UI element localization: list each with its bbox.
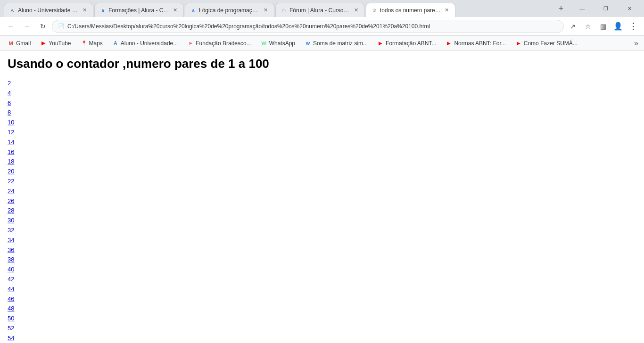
bookmark-item[interactable]: W WhatsApp (257, 38, 299, 49)
tab-tab5[interactable]: ⊙ todos os numero pares de 1... ✕ (366, 3, 455, 17)
list-item[interactable]: 36 (8, 245, 636, 255)
bookmark-label: Gmail (16, 40, 31, 47)
bookmark-label: YouTube (49, 40, 71, 47)
tab-tab2[interactable]: a Formações | Alura - Cursos c... ✕ (94, 3, 184, 17)
bookmarks-more-button[interactable]: » (632, 39, 640, 48)
bookmark-favicon: ▶ (446, 40, 452, 47)
tab-favicon: ◌ (281, 7, 287, 14)
bookmark-label: Aluno - Universidade... (121, 40, 178, 47)
bookmark-label: WhatsApp (269, 40, 295, 47)
list-item[interactable]: 2 (8, 79, 636, 89)
bookmark-item[interactable]: M Gmail (4, 38, 34, 49)
tab-favicon: a (190, 7, 197, 14)
window-controls: — ❐ ✕ (571, 1, 640, 16)
bookmark-label: Como Fazer SUMÁ... (524, 40, 578, 47)
list-item[interactable]: 24 (8, 187, 636, 196)
bookmark-favicon: F (187, 40, 194, 47)
list-item[interactable]: 10 (8, 118, 636, 128)
list-item[interactable]: 48 (8, 304, 636, 314)
list-item[interactable]: 44 (8, 285, 636, 294)
bookmark-label: Maps (89, 40, 103, 47)
bookmark-favicon: ▶ (377, 40, 384, 47)
list-item[interactable]: 42 (8, 275, 636, 285)
nav-bar: ← → ↻ 📄 C:/Users/Messias/Desktop/alura%2… (0, 17, 644, 36)
tab-favicon: a (99, 7, 106, 14)
list-item[interactable]: 26 (8, 196, 636, 206)
refresh-button[interactable]: ↻ (36, 19, 50, 33)
list-item[interactable]: 22 (8, 177, 636, 187)
bookmark-item[interactable]: W Soma de matriz sim... (301, 38, 372, 49)
bookmark-favicon: ▶ (40, 40, 47, 47)
tab-close-button[interactable]: ✕ (443, 7, 450, 14)
address-file-icon: 📄 (58, 23, 65, 30)
forward-button[interactable]: → (20, 19, 34, 33)
bookmark-button[interactable]: ☆ (581, 19, 595, 33)
tab-label: Aluno - Universidade Paulist... (18, 7, 79, 14)
bookmark-label: Soma de matriz sim... (313, 40, 368, 47)
bookmark-item[interactable]: 📍 Maps (77, 38, 107, 49)
tab-label: Lógica de programação I: os... (199, 7, 260, 14)
list-item[interactable]: 40 (8, 265, 636, 275)
tab-label: Fórum | Alura - Cursos onlin... (289, 7, 350, 14)
list-item[interactable]: 4 (8, 89, 636, 98)
bookmark-label: Formatação ABNT... (386, 40, 436, 47)
close-button[interactable]: ✕ (619, 1, 640, 16)
title-bar: A Aluno - Universidade Paulist... ✕ a Fo… (0, 0, 644, 17)
list-item[interactable]: 14 (8, 138, 636, 147)
menu-button[interactable]: ⋮ (626, 19, 640, 33)
address-text: C:/Users/Messias/Desktop/alura%20curso%2… (67, 23, 558, 30)
tab-favicon: ⊙ (371, 7, 378, 14)
tab-close-button[interactable]: ✕ (81, 7, 88, 14)
bookmark-favicon: A (112, 40, 119, 47)
new-tab-button[interactable]: + (554, 2, 568, 15)
back-button[interactable]: ← (4, 19, 18, 33)
list-item[interactable]: 38 (8, 255, 636, 265)
list-item[interactable]: 46 (8, 294, 636, 304)
list-item[interactable]: 8 (8, 108, 636, 118)
bookmark-item[interactable]: ▶ Como Fazer SUMÁ... (512, 38, 581, 49)
minimize-button[interactable]: — (571, 1, 593, 16)
bookmark-item[interactable]: ▶ Normas ABNT: For... (442, 38, 509, 49)
bookmark-favicon: W (305, 40, 311, 47)
bookmark-label: Normas ABNT: For... (454, 40, 505, 47)
page-content: Usando o contador ,numero pares de 1 a 1… (0, 51, 644, 343)
list-item[interactable]: 30 (8, 216, 636, 226)
tab-tab4[interactable]: ◌ Fórum | Alura - Cursos onlin... ✕ (275, 3, 365, 17)
numbers-list: 2468101214161820222426283032343638404244… (8, 79, 636, 343)
list-item[interactable]: 20 (8, 167, 636, 177)
sidebar-button[interactable]: ▥ (596, 19, 610, 33)
tab-close-button[interactable]: ✕ (171, 7, 179, 14)
list-item[interactable]: 32 (8, 226, 636, 236)
list-item[interactable]: 18 (8, 157, 636, 167)
share-button[interactable]: ↗ (566, 19, 580, 33)
bookmark-item[interactable]: ▶ Formatação ABNT... (373, 38, 440, 49)
list-item[interactable]: 28 (8, 206, 636, 216)
bookmark-favicon: 📍 (81, 40, 87, 47)
list-item[interactable]: 54 (8, 334, 636, 343)
tab-close-button[interactable]: ✕ (262, 7, 269, 14)
tab-tab3[interactable]: a Lógica de programação I: os... ✕ (185, 3, 274, 17)
profile-button[interactable]: 👤 (611, 19, 625, 33)
list-item[interactable]: 34 (8, 236, 636, 245)
maximize-button[interactable]: ❐ (595, 1, 617, 16)
tab-label: todos os numero pares de 1... (380, 7, 441, 14)
bookmarks-bar: M Gmail ▶ YouTube 📍 Maps A Aluno - Unive… (0, 36, 644, 51)
address-bar[interactable]: 📄 C:/Users/Messias/Desktop/alura%20curso… (52, 20, 564, 33)
bookmark-item[interactable]: F Fundação Bradesco... (183, 38, 255, 49)
tab-tab1[interactable]: A Aluno - Universidade Paulist... ✕ (4, 3, 93, 17)
bookmark-label: Fundação Bradesco... (196, 40, 251, 47)
list-item[interactable]: 52 (8, 324, 636, 334)
nav-right-icons: ↗ ☆ ▥ 👤 ⋮ (566, 19, 640, 33)
tab-close-button[interactable]: ✕ (352, 7, 360, 14)
list-item[interactable]: 6 (8, 98, 636, 108)
bookmark-item[interactable]: A Aluno - Universidade... (108, 38, 182, 49)
tab-favicon: A (9, 7, 16, 14)
tab-label: Formações | Alura - Cursos c... (108, 7, 169, 14)
tabs-area: A Aluno - Universidade Paulist... ✕ a Fo… (4, 0, 553, 17)
list-item[interactable]: 16 (8, 147, 636, 157)
bookmark-favicon: W (261, 40, 267, 47)
bookmark-item[interactable]: ▶ YouTube (36, 38, 74, 49)
page-title: Usando o contador ,numero pares de 1 a 1… (8, 57, 636, 71)
list-item[interactable]: 12 (8, 128, 636, 138)
list-item[interactable]: 50 (8, 314, 636, 324)
